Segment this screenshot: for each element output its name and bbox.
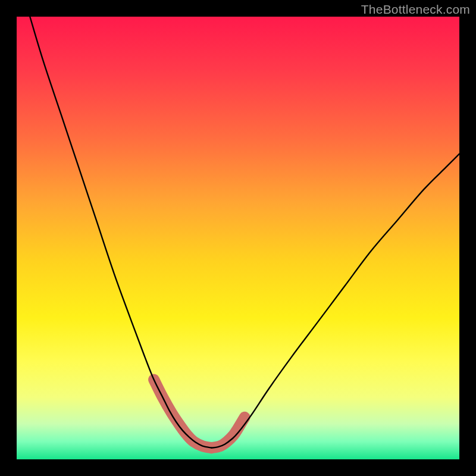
watermark-text: TheBottleneck.com [361,2,470,17]
outer-frame: TheBottleneck.com [0,0,476,476]
gradient-background [17,17,459,459]
plot-area [17,17,459,459]
chart-svg [17,17,459,459]
